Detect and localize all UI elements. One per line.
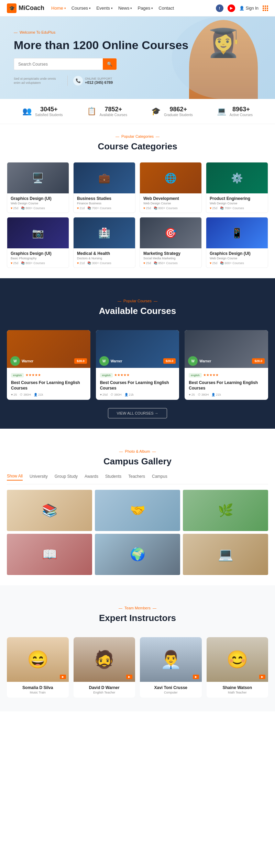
instructor-badge-0: ▶ [60, 675, 66, 679]
user-icon: 👤 [211, 393, 215, 396]
hero-tag: Welcome To EduPlus [14, 30, 265, 34]
courses-icon: 📋 [87, 107, 96, 116]
heart-icon: ♥ [210, 261, 211, 265]
cat-meta-5: ♥ 21d 📚 300+ Courses [77, 261, 132, 265]
instructor-emoji-3: 😊 [227, 650, 248, 669]
cat-card-5[interactable]: 🏥 Medical & Health Doctors & Nursing ♥ 2… [73, 217, 135, 268]
search-input[interactable] [14, 59, 103, 70]
facebook-icon[interactable]: f [216, 4, 223, 12]
brand-name: MiCoach [19, 4, 44, 12]
gallery-item-4[interactable]: 🌍 [95, 534, 180, 575]
view-all-button[interactable]: VIEW ALL COURSES → [108, 408, 167, 418]
tab-show-all[interactable]: Show All [7, 474, 23, 481]
view-all-container: VIEW ALL COURSES → [7, 408, 268, 418]
stat-active-num: 8963+ [230, 106, 253, 113]
cat-card-3[interactable]: ⚙️ Product Engineering Web Design Course… [206, 162, 268, 213]
gallery-item-2[interactable]: 🌿 [183, 490, 268, 531]
stat-courses: 📋 7852+ Available Courses [87, 106, 127, 117]
instructor-role-0: Music Train [10, 691, 65, 694]
tab-group-study[interactable]: Group Study [55, 474, 78, 480]
cat-meta-4: ♥ 25d 📚 800+ Courses [11, 261, 65, 265]
phone-icon: 📞 [73, 76, 83, 86]
course-card-1[interactable]: W Warner $28.0 english ★★★★★ Best Course… [96, 330, 179, 400]
hero-section: Welcome To EduPlus More than 1200 Online… [0, 16, 275, 99]
course-card-0[interactable]: W Warner $28.0 english ★★★★★ Best Course… [7, 330, 90, 400]
grid-menu-icon[interactable] [263, 5, 268, 11]
heart-icon: ♥ [189, 393, 190, 396]
gallery-item-0[interactable]: 📚 [7, 490, 92, 531]
search-button[interactable]: 🔍 [103, 58, 117, 70]
hero-lorem-text: Sed ut perspiciatis unde omnis enim ad v… [14, 77, 62, 85]
categories-header: Popular Categories Course Categories [0, 124, 275, 159]
tab-teachers[interactable]: Teachers [128, 474, 145, 480]
signin-button[interactable]: 👤 Sign In [239, 6, 258, 11]
nav-news[interactable]: News ▾ [118, 5, 132, 11]
chevron-down-icon: ▾ [89, 7, 91, 10]
course-price-2: $28.0 [252, 358, 265, 364]
cat-sub-5: Doctors & Nursing [77, 257, 132, 260]
tab-campus[interactable]: Campus [152, 474, 167, 480]
cat-card-4[interactable]: 📷 Graphics Design (UI) Basic Photography… [7, 217, 69, 268]
gallery-img-2: 🌿 [183, 490, 268, 531]
course-avatar-2: W [188, 356, 198, 366]
gallery-img-0: 📚 [7, 490, 92, 531]
course-footer-0: ♥ 25 ⏱ 380H 👤 21k [11, 393, 86, 396]
gallery-item-3[interactable]: 📖 [7, 534, 92, 575]
course-title-1: Best Courses For Learning English Course… [100, 380, 175, 391]
hero-title: More than 1200 Online Courses [14, 38, 265, 52]
cat-card-2[interactable]: 🌐 Web Development Web Design Course ♥ 25… [140, 162, 202, 213]
cat-sub-6: Social Media Marketing [143, 257, 198, 260]
heart-icon: ♥ [11, 206, 12, 210]
stat-graduates-label: Graduate Students [164, 113, 193, 117]
cat-image-4: 📷 [7, 217, 69, 248]
gallery-img-3: 📖 [7, 534, 92, 575]
hero-phone: 📞 ONLINE SUPPORT +012 (345) 6789 [73, 76, 113, 86]
tab-awards[interactable]: Awards [85, 474, 98, 480]
instructor-card-1[interactable]: 🧔 ▶ David D Warner English Teacher [74, 637, 135, 698]
cat-card-7[interactable]: 📱 Graphics Design (UI) Web Design Course… [206, 217, 268, 268]
gallery-title: Campus Gallery [14, 456, 261, 467]
course-stars-2: ★★★★★ [203, 373, 219, 377]
chevron-down-icon: ▾ [130, 7, 132, 10]
instructor-image-1: 🧔 ▶ [74, 637, 135, 682]
cat-sub-0: Web Design Course [11, 202, 65, 205]
gallery-tabs: Show All University Group Study Awards S… [7, 474, 268, 484]
gallery-item-1[interactable]: 🤝 [95, 490, 180, 531]
course-lang-1: english [100, 373, 113, 377]
clock-icon: ⏱ [198, 393, 201, 396]
instructor-card-3[interactable]: 😊 ▶ Shaine Watson Math Teacher [207, 637, 268, 698]
nav-events[interactable]: Events ▾ [96, 5, 113, 11]
available-tag: Popular Courses [14, 299, 261, 303]
nav-pages[interactable]: Pages ▾ [138, 5, 153, 11]
nav-contact[interactable]: Contact [158, 5, 174, 11]
instructors-grid: 😄 ▶ Somalia D Silva Music Train 🧔 ▶ Davi… [7, 637, 268, 698]
cat-image-2: 🌐 [140, 162, 201, 193]
cat-meta-2: ♥ 25d 📚 800+ Courses [143, 206, 198, 210]
instructors-tag: Team Members [14, 606, 261, 610]
brand-logo[interactable]: 🎓 MiCoach [7, 3, 44, 13]
tab-students[interactable]: Students [105, 474, 121, 480]
cat-card-1[interactable]: 💼 Business Studies Finance Business ♥ 21… [73, 162, 135, 213]
instructors-header: Team Members Expert Instructors [7, 596, 268, 630]
instructor-role-1: English Teacher [77, 691, 132, 694]
course-footer-1: ♥ 25d ⏱ 380H 👤 21k [100, 393, 175, 396]
hero-search-bar: 🔍 [14, 58, 117, 70]
course-instructor-2: Warner [199, 359, 211, 363]
cat-card-0[interactable]: 🖥️ Graphics Design (UI) Web Design Cours… [7, 162, 69, 213]
cat-name-5: Medical & Health [77, 251, 132, 256]
gallery-item-5[interactable]: 💻 [183, 534, 268, 575]
instructor-image-2: 👨‍💼 ▶ [140, 637, 202, 682]
instructor-card-2[interactable]: 👨‍💼 ▶ Xavi Toni Crusse Computer [140, 637, 202, 698]
cat-card-6[interactable]: 🎯 Marketing Strategy Social Media Market… [140, 217, 202, 268]
gallery-img-4: 🌍 [95, 534, 180, 575]
instructor-card-0[interactable]: 😄 ▶ Somalia D Silva Music Train [7, 637, 69, 698]
tab-university[interactable]: University [30, 474, 48, 480]
youtube-icon[interactable]: ▶ [228, 4, 235, 12]
nav-courses[interactable]: Courses ▾ [72, 5, 91, 11]
course-stars-1: ★★★★★ [114, 373, 130, 377]
course-card-2[interactable]: W Warner $28.0 english ★★★★★ Best Course… [185, 330, 268, 400]
nav-home[interactable]: Home ▾ [51, 5, 66, 11]
graduates-icon: 🎓 [151, 107, 161, 116]
cat-sub-4: Basic Photography [11, 257, 65, 260]
gallery-img-5: 💻 [183, 534, 268, 575]
